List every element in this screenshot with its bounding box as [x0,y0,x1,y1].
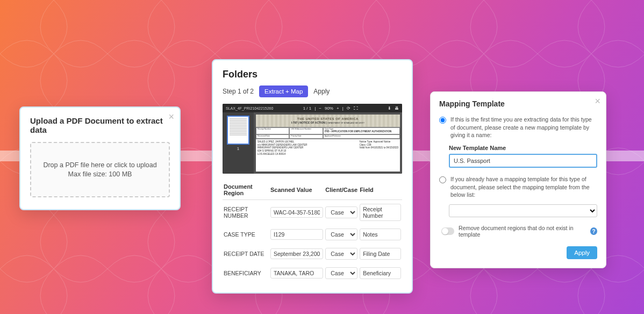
upload-panel: × Upload a PDF Document to extract data … [19,106,181,210]
client-case-select[interactable]: Case [325,229,357,240]
mapping-panel: × Mapping Template If this is the first … [430,91,606,268]
fit-icon[interactable]: ⛶ [354,106,358,111]
table-row: CASE TYPECaseNotes [223,225,402,244]
step-label: Step 1 of 2 [223,88,254,95]
extraction-table: Document RegionScanned ValueClient/CaseF… [223,181,402,283]
column-header: Client/Case [324,181,359,200]
doc-address: SALES LOPEZ, JAIRON LEONEL c/o IMMIGRANT… [257,140,307,156]
new-template-input[interactable] [449,154,597,168]
pdf-thumbnails: 1 [223,112,254,174]
table-row: RECEIPT NUMBERCaseReceipt Number [223,200,402,225]
zoom-level: 90% [325,106,333,111]
existing-template-select[interactable] [449,204,597,217]
radio-new-text: If this is the first time you are extrac… [450,116,597,139]
field-cell[interactable]: Beneficiary [360,267,401,279]
client-case-select[interactable]: Case [325,248,357,260]
pdf-viewer: SLAX_4F_PRI21042215260 1 / 1 | − 90% + |… [223,104,402,174]
apply-button[interactable]: Apply [567,246,597,259]
pdf-divider2: | [342,106,344,111]
region-cell: CASE TYPE [223,225,269,244]
extract-map-button[interactable]: Extract + Map [259,85,308,97]
print-icon[interactable]: 🖶 [395,106,399,111]
field-cell[interactable]: Notes [360,229,401,240]
region-cell: RECEIPT DATE [223,244,269,263]
dropzone[interactable]: Drop a PDF file here or click to upload … [30,142,170,197]
field-cell[interactable]: Receipt Number [360,204,401,221]
download-icon[interactable]: ⬇ [388,106,391,111]
pdf-toolbar: SLAX_4F_PRI21042215260 1 / 1 | − 90% + |… [223,104,402,112]
field-cell[interactable]: Filing Date [360,248,401,260]
region-cell: RECEIPT NUMBER [223,200,269,225]
pdf-page-indicator: 1 / 1 [303,106,312,111]
help-icon[interactable]: ? [590,227,597,235]
zoom-out-icon[interactable]: − [319,106,321,111]
upload-title: Upload a PDF Document to extract data [30,116,170,134]
scanned-value-input[interactable] [270,248,323,259]
radio-existing-template[interactable] [439,176,446,183]
radio-new-template[interactable] [439,117,446,124]
pdf-divider: | [314,106,316,111]
scanned-value-input[interactable] [270,207,323,218]
close-icon[interactable]: × [168,112,174,122]
column-header: Document Region [223,181,269,200]
pdf-page[interactable]: THE UNITED STATES OF AMERICA I-797 | NOT… [254,112,402,174]
zoom-in-icon[interactable]: + [337,106,339,111]
dropzone-line1: Drop a PDF file here or click to upload [37,161,163,169]
dropzone-line2: Max file size: 100 MB [37,170,163,178]
folders-panel: Folders Step 1 of 2 Extract + Map Apply … [212,59,413,294]
region-cell: BENEFICIARY [223,263,269,283]
table-row: BENEFICIARYCaseBeneficiary [223,263,402,283]
scanned-value-input[interactable] [270,268,323,279]
mapping-title: Mapping Template [439,99,597,108]
pdf-thumb-number: 1 [237,146,239,151]
close-icon[interactable]: × [595,96,600,106]
apply-link[interactable]: Apply [313,88,330,95]
rotate-icon[interactable]: ⟳ [347,106,350,111]
new-template-label: New Template Name [449,145,597,151]
scanned-value-input[interactable] [270,229,323,240]
column-header: Scanned Value [269,181,324,200]
client-case-select[interactable]: Case [325,267,357,279]
doc-notice-info: Notice Type: Approval Notice Class: C08 … [360,140,398,156]
table-row: RECEIPT DATECaseFiling Date [223,244,402,263]
column-header: Field [359,181,402,200]
client-case-select[interactable]: Case [325,206,357,218]
toggle-label: Remove document regions that do not exis… [459,225,586,238]
step-row: Step 1 of 2 Extract + Map Apply [223,85,402,97]
pdf-thumb-1[interactable] [227,116,249,145]
doc-header-country: THE UNITED STATES OF AMERICA [297,117,359,120]
radio-existing-text: If you already have a mapping template f… [450,175,597,199]
pdf-filename: SLAX_4F_PRI21042215260 [226,106,273,110]
folders-title: Folders [223,69,402,80]
remove-regions-toggle[interactable] [441,227,454,235]
